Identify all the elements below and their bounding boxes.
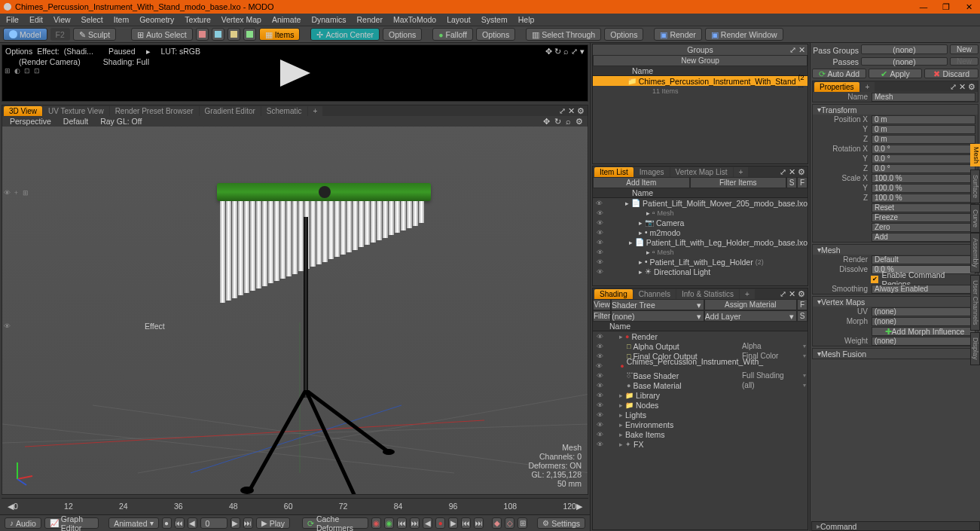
tab-vmaplist[interactable]: Vertex Map List [670,167,733,177]
vp-expand-icon[interactable]: ⤢ [559,106,566,115]
item-row[interactable]: 👁▸ 📷 Camera [593,218,808,227]
shading-row[interactable]: 👁▸ Environments [593,420,808,429]
col-icon3[interactable]: ⊡ [23,67,31,75]
sel2-icon[interactable] [212,28,224,41]
step-back-icon[interactable]: ◀ [188,517,197,529]
t1-icon[interactable]: ◉ [371,517,381,529]
shading-row[interactable]: 👁○ Base ShaderFull Shading▾ [593,371,808,380]
shading-row[interactable]: 👁● Chimes_Percussion_Instrument_With_ ..… [593,361,808,371]
filteritems-input[interactable]: Filter Items [690,177,787,188]
freeze-dd[interactable]: Freeze [872,213,975,222]
newgroup-button[interactable]: New Group [593,55,808,66]
shading-row[interactable]: 👁▸ Bake Items [593,429,808,439]
menu-render[interactable]: Render [357,15,383,24]
assignmat-button[interactable]: Assign Material [704,299,798,310]
vtab-curve[interactable]: Curve [970,204,980,233]
zoom-icon[interactable]: ⌕ [563,47,569,56]
tab-info[interactable]: Info & Statistics [676,289,739,299]
filter-f[interactable]: F [797,177,808,188]
menu-layout[interactable]: Layout [447,15,471,24]
shading-row[interactable]: 👁● Base Material(all)▾ [593,380,808,390]
options1-button[interactable]: Options [383,28,422,41]
filter-dropdown[interactable]: (none)▾ [611,310,704,322]
shadertree-dropdown[interactable]: Shader Tree▾ [611,299,704,310]
selectthrough-button[interactable]: ▥Select Through [526,28,601,41]
shading-row[interactable]: 👁□ Alpha OutputAlpha▾ [593,341,808,351]
smoothing-dd[interactable]: Always Enabled [872,285,975,294]
viewport-canvas[interactable]: Mesh Channels: 0 Deformers: ON GL: 2,195… [2,127,588,494]
timeline-start-handle[interactable]: ◀ [8,502,14,511]
render-dd[interactable]: Default [872,255,975,264]
vtab-mesh[interactable]: Mesh [970,144,980,166]
keyframe-icon[interactable]: ● [162,517,172,529]
falloff-button[interactable]: ●Falloff [432,28,473,41]
posz-input[interactable]: 0 m [872,135,975,144]
passgroups-dd[interactable]: (none) [861,44,948,54]
menu-vertexmap[interactable]: Vertex Map [221,15,261,24]
add-dd[interactable]: Add [872,233,975,242]
tab-3dview[interactable]: 3D View [4,106,42,116]
tab-add3[interactable]: + [740,289,755,299]
enable-cmd-checkbox[interactable]: ✔ [871,276,878,283]
vtab-userchan[interactable]: User Channels [970,275,980,331]
tab-properties[interactable]: Properties [814,82,859,92]
audio-button[interactable]: ♪ Audio [5,517,41,529]
new2-button[interactable]: New [950,57,978,66]
menu-animate[interactable]: Animate [272,15,301,24]
menu-dynamics[interactable]: Dynamics [311,15,346,24]
item-row[interactable]: 👁▸ ☀ Directional Light [593,267,808,276]
shading-row[interactable]: 👁▸ 📁 Nodes [593,400,808,410]
addlayer-dropdown[interactable]: Add Layer▾ [704,310,797,322]
play-icon[interactable] [276,58,314,88]
menu-help[interactable]: Help [518,15,535,24]
rotz-input[interactable]: 0.0 ° [872,164,975,173]
refresh-icon[interactable]: ↻ [554,47,561,56]
renderwin-button[interactable]: ▣Render Window [705,28,783,41]
t8-icon[interactable]: ⏭ [474,517,484,529]
tab-gradient[interactable]: Gradient Editor [200,106,261,116]
t2-icon[interactable]: ◉ [384,517,394,529]
menu-icon[interactable]: ▾ [580,47,585,56]
items-button[interactable]: ▦Items [259,28,301,41]
autoadd-button[interactable]: ⟳Auto Add [812,69,866,78]
tab-renderpreset[interactable]: Render Preset Browser [110,106,199,116]
apply-button[interactable]: ✔Apply [869,69,923,78]
mesh-header[interactable]: ▾ Mesh [813,245,978,255]
sel3-icon[interactable] [227,28,240,41]
name-input[interactable]: Mesh [872,93,975,102]
shading-row[interactable]: 👁▸ Lights [593,410,808,420]
settings-button[interactable]: ⚙ Settings [537,517,585,529]
menu-geometry[interactable]: Geometry [139,15,174,24]
model-button[interactable]: Model [3,28,47,41]
vtab-display[interactable]: Display [970,332,980,365]
record-icon[interactable]: ● [435,517,445,529]
menu-texture[interactable]: Texture [185,15,210,24]
vp-menu-icon[interactable]: ⚙ [577,106,585,115]
vp-default[interactable]: Default [63,117,88,126]
uv-dd[interactable]: (none) [872,307,975,316]
grapheditor-button[interactable]: 📈 Graph Editor [44,517,99,529]
filter-s[interactable]: S [786,177,797,188]
col-icon[interactable]: ⊞ [3,67,11,75]
menu-system[interactable]: System [481,15,508,24]
t11-icon[interactable]: ⊞ [517,517,527,529]
transform-header[interactable]: ▾ Transform [813,105,978,114]
step-fwd-icon[interactable]: ▶ [230,517,240,529]
command-input[interactable]: ▸ Command [811,521,980,531]
t5-icon[interactable]: ◀ [423,517,432,529]
item-row[interactable]: 👁▸ ▫ Mesh [593,247,808,257]
item-row[interactable]: 👁▸ • m2modo [593,227,808,237]
item-row[interactable]: 👁▸ ▫ Mesh [593,208,808,218]
goto-end-icon[interactable]: ⏭ [243,517,253,529]
cache-button[interactable]: ⟳ Cache Deformers [302,517,368,529]
axis-widget[interactable] [10,459,37,487]
orbit-icon[interactable]: ↻ [554,117,561,126]
maximize-button[interactable]: ❐ [935,0,957,14]
vp-gear-icon[interactable]: ✕ [568,106,575,115]
morph-dd[interactable]: (none) [872,317,975,326]
sel1-icon[interactable] [196,28,209,41]
tab-channels[interactable]: Channels [633,289,676,299]
shading-row[interactable]: 👁▸ ● Render [593,331,808,341]
options3-button[interactable]: Options [604,28,643,41]
zero-dd[interactable]: Zero [872,223,975,232]
